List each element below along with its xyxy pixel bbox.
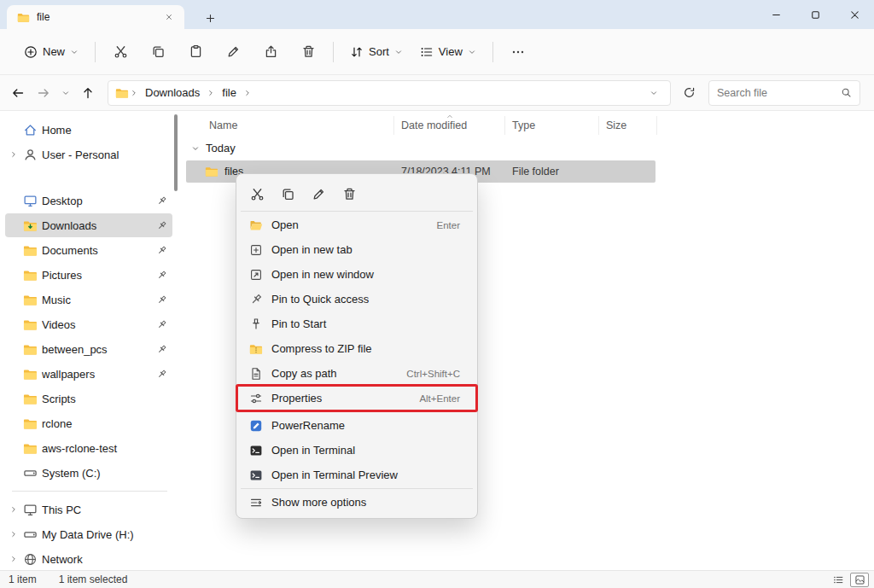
paste-button[interactable] [178, 38, 213, 67]
sidebar-item-pictures[interactable]: Pictures [5, 263, 172, 287]
sidebar-item-system-c[interactable]: System (C:) [5, 461, 172, 485]
pin-icon [156, 220, 167, 231]
group-header[interactable]: Today [191, 142, 236, 154]
menu-item-open[interactable]: OpenEnter [240, 212, 474, 237]
pc-icon [23, 503, 38, 517]
sidebar-item-user-personal[interactable]: User - Personal [5, 143, 172, 166]
tab-close-button[interactable] [160, 9, 178, 26]
sidebar-item-downloads[interactable]: Downloads [5, 213, 172, 237]
sidebar-item-desktop[interactable]: Desktop [5, 189, 172, 212]
search-input[interactable] [717, 87, 836, 99]
address-dropdown-button[interactable] [644, 83, 663, 103]
menu-item-open-in-new-tab[interactable]: Open in new tab [240, 237, 474, 262]
column-header-size[interactable]: Size [599, 116, 657, 135]
cut-button[interactable] [242, 180, 272, 207]
folder-icon [23, 293, 38, 307]
see-more-button[interactable] [501, 38, 535, 67]
forward-button[interactable] [31, 80, 56, 106]
sidebar-item-scripts[interactable]: Scripts [5, 387, 172, 410]
expand-chevron-icon [9, 345, 19, 353]
menu-item-open-in-terminal[interactable]: Open in Terminal [240, 438, 474, 463]
close-button[interactable] [835, 0, 874, 29]
share-button[interactable] [253, 38, 288, 67]
expand-chevron-icon[interactable] [9, 150, 19, 159]
copy-button[interactable] [141, 38, 175, 67]
pin-icon [156, 369, 167, 380]
sidebar-item-documents[interactable]: Documents [5, 238, 172, 262]
window-controls [756, 0, 874, 29]
user-icon [23, 148, 38, 162]
sidebar-scrollbar-thumb[interactable] [174, 114, 178, 191]
breadcrumb-segment-downloads[interactable]: Downloads [139, 84, 206, 102]
menu-item-pin-to-quick-access[interactable]: Pin to Quick access [240, 287, 474, 311]
copy-button[interactable] [272, 180, 303, 207]
toolbar-actions [103, 38, 325, 67]
sidebar-item-aws-rclone-test[interactable]: aws-rclone-test [5, 436, 172, 460]
new-tab-button[interactable] [201, 9, 218, 26]
up-button[interactable] [75, 80, 101, 106]
menu-item-label: Open in Terminal Preview [271, 469, 460, 481]
sidebar-item-rclone[interactable]: rclone [5, 411, 172, 435]
column-header-type[interactable]: Type [505, 116, 599, 135]
sidebar-item-this-pc[interactable]: This PC [5, 498, 172, 521]
menu-item-label: PowerRename [271, 419, 460, 432]
pin-icon [156, 245, 167, 256]
rename-button[interactable] [303, 180, 334, 207]
sidebar-item-home[interactable]: Home [5, 118, 172, 142]
pin-icon [249, 293, 263, 306]
delete-button[interactable] [291, 38, 325, 67]
breadcrumb[interactable]: Downloadsfile [108, 80, 671, 106]
expand-chevron-icon[interactable] [9, 555, 19, 563]
menu-item-pin-to-start[interactable]: Pin to Start [240, 311, 474, 336]
rename-button[interactable] [216, 38, 250, 67]
pin-icon [156, 344, 167, 355]
menu-item-compress-to-zip-file[interactable]: Compress to ZIP file [240, 336, 474, 361]
menu-item-copy-as-path[interactable]: Copy as pathCtrl+Shift+C [240, 361, 474, 386]
column-header-date-modified[interactable]: Date modified [394, 116, 505, 135]
minimize-button[interactable] [756, 0, 795, 29]
downloads-icon [23, 218, 38, 233]
sidebar-item-my-data-drive-h[interactable]: My Data Drive (H:) [5, 522, 172, 546]
expand-chevron-icon[interactable] [9, 530, 19, 539]
refresh-button[interactable] [676, 80, 702, 106]
thumbnails-view-button[interactable] [850, 573, 869, 587]
explorer-tab[interactable]: file [7, 5, 184, 29]
sidebar-item-between-pcs[interactable]: between_pcs [5, 337, 172, 361]
details-view-button[interactable] [829, 573, 848, 587]
expand-chevron-icon [9, 221, 19, 230]
expand-chevron-icon [9, 419, 19, 428]
sidebar-item-music[interactable]: Music [5, 288, 172, 311]
expand-chevron-icon [9, 394, 19, 403]
breadcrumb-segment-file[interactable]: file [216, 84, 242, 102]
home-icon [23, 123, 38, 137]
menu-item-open-in-terminal-preview[interactable]: Open in Terminal Preview [240, 463, 474, 487]
new-button[interactable]: New [15, 38, 87, 67]
sidebar-item-videos[interactable]: Videos [5, 312, 172, 336]
terminal-preview-icon [249, 469, 263, 482]
menu-item-powerrename[interactable]: PowerRename [240, 413, 474, 438]
pin-icon [156, 270, 167, 281]
view-button[interactable]: View [411, 38, 485, 67]
menu-item-show-more-options[interactable]: Show more options [240, 490, 474, 515]
titlebar: file [0, 0, 874, 29]
menu-item-properties[interactable]: PropertiesAlt+Enter [240, 386, 474, 410]
menu-item-open-in-new-window[interactable]: Open in new window [240, 262, 474, 287]
status-bar: 1 item 1 item selected [0, 570, 874, 588]
expand-chevron-icon[interactable] [9, 505, 19, 514]
search-box [708, 80, 860, 106]
expand-chevron-icon [9, 370, 19, 378]
column-header-name[interactable]: Name [186, 116, 394, 135]
sort-button[interactable]: Sort [341, 38, 411, 67]
column-label: Date modified [401, 119, 467, 131]
sidebar-item-wallpapers[interactable]: wallpapers [5, 362, 172, 386]
sidebar-item-network[interactable]: Network [5, 547, 172, 570]
maximize-button[interactable] [795, 0, 835, 29]
view-toggles [829, 573, 869, 587]
cut-button[interactable] [103, 38, 137, 67]
back-button[interactable] [5, 80, 31, 106]
folder-icon [115, 86, 129, 100]
chevron-down-icon [191, 144, 200, 153]
toolbar-divider [95, 42, 96, 62]
delete-button[interactable] [334, 180, 364, 207]
recent-locations-button[interactable] [56, 80, 75, 106]
